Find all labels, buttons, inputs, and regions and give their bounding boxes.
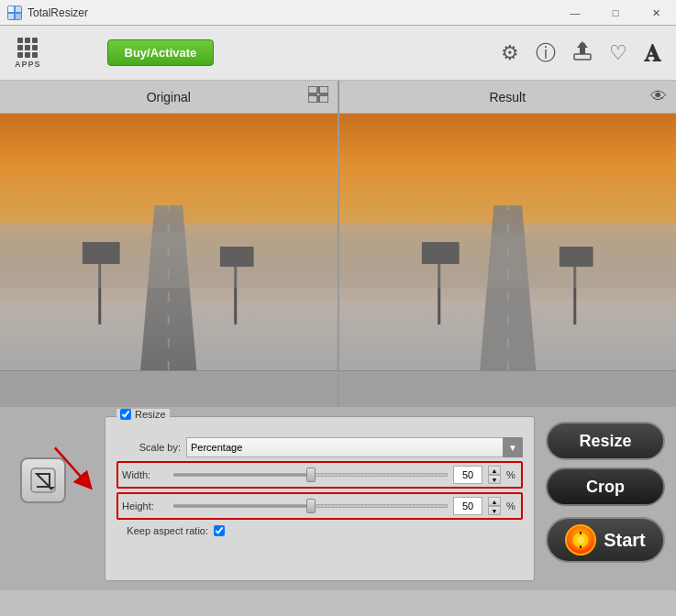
minimize-button[interactable]: — — [555, 0, 595, 26]
svg-rect-8 — [319, 86, 328, 94]
crop-action-button[interactable]: Crop — [546, 468, 665, 506]
scale-by-select[interactable]: Percentage Pixels — [186, 437, 523, 457]
svg-rect-28 — [339, 233, 677, 288]
info-icon[interactable]: ⓘ — [536, 43, 556, 63]
result-image — [339, 114, 677, 370]
original-panel-icon[interactable] — [308, 86, 328, 107]
width-unit: % — [506, 469, 517, 480]
width-slider-row: Width: 50 ▲ ▼ % — [116, 461, 523, 489]
maximize-button[interactable]: □ — [595, 0, 636, 26]
svg-rect-9 — [308, 95, 317, 103]
window-controls: — □ ✕ — [555, 0, 676, 26]
apps-button[interactable]: APPS — [15, 38, 41, 69]
original-image — [0, 114, 338, 370]
bottom-section: Resize Scale by: Percentage Pixels ▼ Wid… — [0, 407, 676, 590]
aspect-ratio-label: Keep aspect ratio: — [116, 525, 208, 536]
width-down-button[interactable]: ▼ — [488, 475, 501, 484]
original-label: Original — [147, 90, 191, 104]
width-label: Width: — [122, 469, 168, 480]
resize-checkbox[interactable] — [120, 409, 131, 420]
start-icon — [565, 524, 596, 556]
result-panel-icon[interactable]: 👁 — [650, 87, 667, 106]
scale-by-select-wrapper: Percentage Pixels ▼ — [186, 437, 523, 457]
svg-rect-10 — [319, 95, 328, 103]
height-value: 50 — [453, 497, 482, 515]
original-bottom-strip — [0, 370, 338, 407]
close-button[interactable]: ✕ — [636, 0, 676, 26]
svg-rect-7 — [308, 86, 317, 94]
height-slider-track[interactable] — [173, 498, 448, 514]
start-label: Start — [604, 530, 646, 551]
height-slider-row: Height: 50 ▲ ▼ % — [116, 492, 523, 520]
resize-action-button[interactable]: Resize — [546, 422, 665, 460]
svg-rect-1 — [16, 6, 21, 12]
height-up-button[interactable]: ▲ — [488, 497, 501, 506]
height-spinner[interactable]: ▲ ▼ — [488, 497, 501, 515]
scale-by-label: Scale by: — [116, 442, 181, 453]
aspect-ratio-row: Keep aspect ratio: — [116, 525, 523, 536]
resize-panel-title: Resize — [116, 409, 170, 420]
svg-rect-0 — [8, 6, 14, 12]
resize-panel: Resize Scale by: Percentage Pixels ▼ Wid… — [105, 416, 535, 581]
share-icon[interactable] — [572, 41, 593, 65]
width-spinner[interactable]: ▲ ▼ — [488, 466, 501, 484]
toolbar-icons: ⚙ ⓘ ♡ 𝐀 — [501, 41, 661, 65]
panels-row: Original — [0, 81, 676, 407]
aspect-ratio-checkbox[interactable] — [214, 525, 225, 536]
svg-marker-5 — [577, 41, 588, 48]
result-panel-header: Result 👁 — [339, 81, 677, 114]
scale-by-row: Scale by: Percentage Pixels ▼ — [116, 437, 523, 457]
font-icon[interactable]: 𝐀 — [644, 41, 661, 65]
apps-grid-icon — [17, 38, 38, 58]
result-label: Result — [489, 90, 526, 104]
original-panel: Original — [0, 81, 338, 407]
width-value: 50 — [453, 466, 482, 484]
arrow-area — [11, 416, 94, 581]
height-unit: % — [506, 500, 517, 512]
svg-rect-19 — [0, 233, 338, 288]
svg-rect-6 — [574, 54, 591, 60]
width-up-button[interactable]: ▲ — [488, 466, 501, 475]
buy-activate-button[interactable]: Buy/Activate — [107, 39, 215, 66]
svg-line-34 — [55, 447, 86, 483]
svg-rect-2 — [8, 14, 14, 19]
title-bar: TotalResizer — □ ✕ — [0, 0, 676, 26]
resize-title-label: Resize — [135, 409, 166, 420]
svg-rect-3 — [16, 14, 21, 19]
app-icon — [7, 6, 22, 20]
original-panel-header: Original — [0, 81, 338, 114]
toolbar: APPS Buy/Activate ⚙ ⓘ ♡ 𝐀 — [0, 26, 676, 81]
height-label: Height: — [122, 500, 168, 512]
result-panel: Result 👁 — [339, 81, 677, 407]
right-buttons: Resize Crop Start — [546, 416, 665, 581]
width-slider-track[interactable] — [173, 467, 448, 483]
gear-icon[interactable]: ⚙ — [501, 43, 519, 63]
red-arrow-icon — [39, 444, 103, 499]
apps-label: APPS — [15, 60, 41, 69]
height-down-button[interactable]: ▼ — [488, 506, 501, 515]
start-button[interactable]: Start — [546, 517, 665, 563]
app-title: TotalResizer — [28, 6, 88, 19]
heart-icon[interactable]: ♡ — [609, 43, 627, 63]
result-bottom-strip — [339, 370, 677, 407]
svg-point-36 — [577, 536, 584, 544]
